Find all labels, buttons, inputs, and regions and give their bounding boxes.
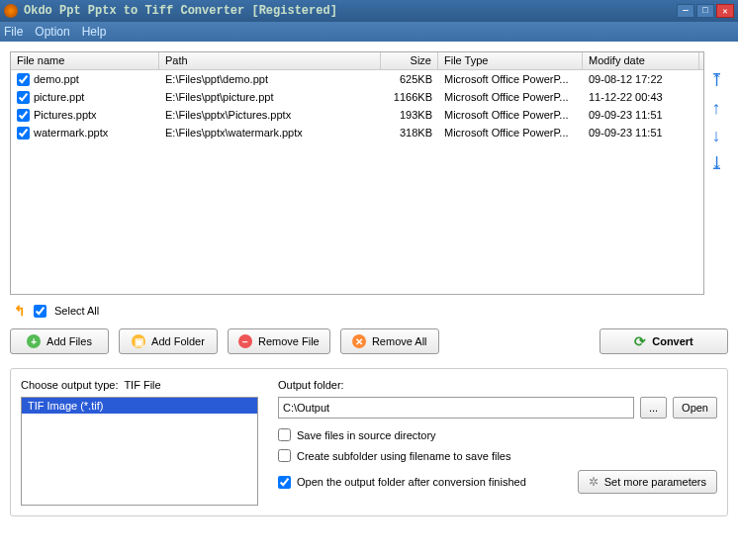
menu-option[interactable]: Option <box>35 25 69 39</box>
file-name: demo.ppt <box>34 73 79 85</box>
type-option-tif[interactable]: TIF Image (*.tif) <box>22 398 257 414</box>
file-path: E:\Files\ppt\picture.ppt <box>159 90 381 104</box>
col-header-type[interactable]: File Type <box>438 52 583 69</box>
row-checkbox[interactable] <box>17 91 30 104</box>
table-row[interactable]: demo.pptE:\Files\ppt\demo.ppt625KBMicros… <box>11 70 703 88</box>
table-row[interactable]: Pictures.pptxE:\Files\pptx\Pictures.pptx… <box>11 106 703 124</box>
add-folder-label: Add Folder <box>151 335 205 347</box>
open-after-checkbox[interactable] <box>278 476 291 489</box>
table-row[interactable]: picture.pptE:\Files\ppt\picture.ppt1166K… <box>11 88 703 106</box>
convert-label: Convert <box>652 335 693 347</box>
move-up-icon[interactable]: ↑ <box>712 99 721 117</box>
plus-icon: + <box>27 334 41 348</box>
file-table: File name Path Size File Type Modify dat… <box>10 51 704 295</box>
set-params-button[interactable]: ✲ Set more parameters <box>578 470 717 494</box>
col-header-date[interactable]: Modify date <box>583 52 699 69</box>
maximize-button[interactable]: □ <box>696 4 714 18</box>
select-all-row: ↰ Select All <box>14 303 728 319</box>
menu-help[interactable]: Help <box>82 25 107 39</box>
output-type-list[interactable]: TIF Image (*.tif) <box>21 397 258 506</box>
add-files-label: Add Files <box>46 335 92 347</box>
minimize-button[interactable]: — <box>677 4 694 18</box>
file-size: 625KB <box>381 72 438 86</box>
reorder-arrows: ⤒ ↑ ↓ ⤓ <box>704 51 728 295</box>
browse-button[interactable]: ... <box>640 397 667 419</box>
row-checkbox[interactable] <box>17 109 30 122</box>
save-source-checkbox[interactable] <box>278 428 291 441</box>
output-folder-input[interactable] <box>278 397 634 419</box>
main-panel: File name Path Size File Type Modify dat… <box>0 42 738 526</box>
file-date: 11-12-22 00:43 <box>583 90 699 104</box>
close-button[interactable]: ✕ <box>716 4 734 18</box>
options-panel: Choose output type: TIF File TIF Image (… <box>10 368 728 516</box>
menu-file[interactable]: File <box>4 25 23 39</box>
file-size: 193KB <box>381 108 438 122</box>
convert-icon: ⟳ <box>634 333 646 349</box>
minus-icon: − <box>238 334 252 348</box>
convert-button[interactable]: ⟳ Convert <box>600 328 728 354</box>
subfolder-label: Create subfolder using filename to save … <box>297 450 510 462</box>
save-source-label: Save files in source directory <box>297 429 436 441</box>
remove-file-label: Remove File <box>258 335 320 347</box>
table-header: File name Path Size File Type Modify dat… <box>11 52 703 70</box>
menubar: File Option Help <box>0 22 738 42</box>
file-type: Microsoft Office PowerP... <box>438 108 583 122</box>
open-button[interactable]: Open <box>673 397 717 419</box>
row-checkbox[interactable] <box>17 73 30 86</box>
window-title: Okdo Ppt Pptx to Tiff Converter [Registe… <box>24 4 337 18</box>
gear-icon: ✲ <box>589 475 599 489</box>
move-down-icon[interactable]: ↓ <box>712 127 721 144</box>
remove-all-label: Remove All <box>372 335 427 347</box>
file-name: picture.ppt <box>34 91 84 103</box>
file-date: 09-08-12 17:22 <box>583 72 699 86</box>
set-params-label: Set more parameters <box>604 476 706 488</box>
col-header-path[interactable]: Path <box>159 52 381 69</box>
output-folder-label: Output folder: <box>278 379 717 391</box>
table-row[interactable]: watermark.pptxE:\Files\pptx\watermark.pp… <box>11 124 703 141</box>
col-header-name[interactable]: File name <box>11 52 159 69</box>
file-date: 09-09-23 11:51 <box>583 126 699 140</box>
file-date: 09-09-23 11:51 <box>583 108 699 122</box>
add-folder-button[interactable]: ▣ Add Folder <box>119 328 218 354</box>
file-path: E:\Files\pptx\Pictures.pptx <box>159 108 381 122</box>
select-all-label: Select All <box>54 305 99 317</box>
row-checkbox[interactable] <box>17 127 30 140</box>
file-path: E:\Files\pptx\watermark.pptx <box>159 126 381 140</box>
move-bottom-icon[interactable]: ⤓ <box>709 154 724 172</box>
file-name: watermark.pptx <box>34 127 108 139</box>
app-icon <box>4 4 18 18</box>
select-all-checkbox[interactable] <box>34 305 46 318</box>
move-top-icon[interactable]: ⤒ <box>709 71 724 89</box>
file-size: 318KB <box>381 126 438 140</box>
open-after-label: Open the output folder after conversion … <box>297 476 526 488</box>
folder-up-icon[interactable]: ↰ <box>14 303 26 319</box>
x-icon: ✕ <box>352 334 366 348</box>
remove-all-button[interactable]: ✕ Remove All <box>340 328 439 354</box>
file-size: 1166KB <box>381 90 438 104</box>
folder-icon: ▣ <box>132 334 145 348</box>
file-type: Microsoft Office PowerP... <box>438 90 583 104</box>
titlebar: Okdo Ppt Pptx to Tiff Converter [Registe… <box>0 0 738 22</box>
subfolder-checkbox[interactable] <box>278 449 291 462</box>
add-files-button[interactable]: + Add Files <box>10 328 109 354</box>
output-type-label: Choose output type: TIF File <box>21 379 258 391</box>
action-buttons: + Add Files ▣ Add Folder − Remove File ✕… <box>10 328 728 354</box>
file-type: Microsoft Office PowerP... <box>438 126 583 140</box>
col-header-size[interactable]: Size <box>381 52 438 69</box>
file-path: E:\Files\ppt\demo.ppt <box>159 72 381 86</box>
file-name: Pictures.pptx <box>34 109 97 121</box>
file-type: Microsoft Office PowerP... <box>438 72 583 86</box>
remove-file-button[interactable]: − Remove File <box>228 328 330 354</box>
